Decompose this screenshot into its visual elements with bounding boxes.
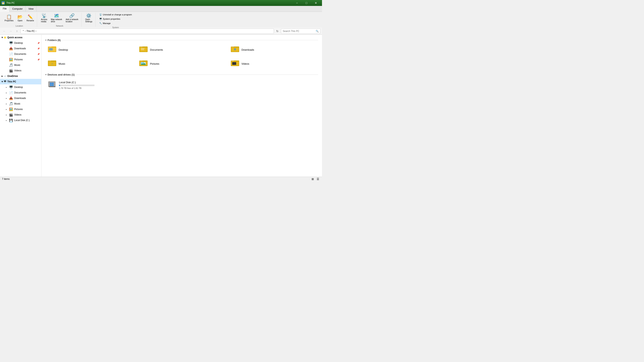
sidebar-item-downloads-qa[interactable]: 📥 Downloads 📌 — [0, 46, 41, 51]
location-group-label: Location — [16, 24, 23, 27]
downloads-pc-expand-icon: ▸ — [5, 97, 8, 100]
documents-pc-expand-icon: ▸ — [5, 91, 8, 94]
sidebar-item-downloads-pc[interactable]: ▸ 📥 Downloads — [0, 95, 41, 101]
this-pc-label: This PC — [7, 80, 16, 83]
svg-rect-32 — [50, 84, 52, 86]
local-disk-bar-container — [59, 85, 94, 86]
desktop-pc-expand-icon: ▸ — [5, 86, 8, 89]
folder-item-downloads[interactable]: Downloads — [228, 43, 318, 56]
desktop-folder-label: Desktop — [58, 48, 68, 51]
pictures-qa-label: Pictures — [14, 58, 36, 61]
local-disk-pc-expand-icon: ▸ — [5, 119, 8, 122]
this-pc-expand-icon: ▾ — [2, 80, 3, 83]
maximize-button[interactable]: □ — [302, 0, 311, 6]
system-props-icon: 🖥️ — [99, 18, 102, 20]
folders-divider — [62, 40, 318, 40]
access-media-button[interactable]: 📡 Accessmedia — [40, 13, 48, 24]
title-bar-left: 🗂️ This PC — [2, 1, 15, 4]
documents-qa-pin-icon: 📌 — [37, 53, 40, 55]
svg-rect-31 — [50, 83, 52, 84]
address-bar: ← → ↑ ⌃ > This PC > ↻ 🔍 — [0, 27, 322, 35]
drives-collapse-icon: ▾ — [46, 73, 46, 76]
sidebar-item-pictures-pc[interactable]: ▸ 🖼️ Pictures — [0, 106, 41, 112]
videos-pc-icon: 🎬 — [9, 113, 13, 117]
quick-access-header[interactable]: ▾ ⭐ Quick access — [0, 35, 41, 40]
downloads-pc-icon: 📥 — [9, 96, 13, 100]
uninstall-button[interactable]: 🗑️ Uninstall or change a program — [98, 13, 133, 16]
app-icon: 🗂️ — [2, 1, 5, 4]
forward-button[interactable]: → — [8, 28, 14, 34]
window-title: This PC — [6, 1, 15, 4]
search-input[interactable] — [283, 30, 315, 32]
drive-item-local-disk[interactable]: Local Disk (C:) 1.76 TB free of 1.81 TB — [46, 78, 108, 92]
svg-rect-8 — [141, 49, 144, 49]
properties-button[interactable]: 📋 Properties — [3, 13, 15, 24]
sidebar-item-documents-pc[interactable]: ▸ 📄 Documents — [0, 90, 41, 95]
back-button[interactable]: ← — [2, 28, 7, 34]
svg-rect-25 — [231, 60, 234, 61]
folder-item-documents[interactable]: Documents — [137, 43, 226, 56]
sidebar-item-videos-pc[interactable]: ▸ 🎬 Videos — [0, 112, 41, 117]
rename-button[interactable]: ✏️ Rename — [25, 13, 36, 24]
downloads-folder-label: Downloads — [242, 48, 254, 51]
grid-view-button[interactable]: ⊞ — [310, 177, 315, 181]
drives-section-header[interactable]: ▾ Devices and drives (1) — [46, 73, 318, 76]
system-properties-button[interactable]: 🖥️ System properties — [98, 17, 133, 21]
documents-qa-label: Documents — [14, 53, 36, 55]
manage-icon: 🔧 — [99, 22, 102, 25]
folder-item-music[interactable]: ♪ Music — [46, 57, 135, 70]
desktop-pc-icon: 🖥️ — [9, 85, 13, 89]
folders-section-header[interactable]: ▾ Folders (6) — [46, 39, 318, 42]
sidebar-item-documents-qa[interactable]: 📄 Documents 📌 — [0, 51, 41, 57]
music-folder-icon: ♪ — [48, 59, 56, 68]
local-disk-info: Local Disk (C:) 1.76 TB free of 1.81 TB — [59, 81, 106, 89]
svg-rect-33 — [52, 83, 54, 84]
sidebar-item-desktop-qa[interactable]: 🖥️ Desktop 📌 — [0, 40, 41, 46]
system-group-label: System — [112, 26, 119, 28]
search-box[interactable]: 🔍 — [281, 28, 320, 34]
folder-item-videos[interactable]: Videos — [228, 57, 318, 70]
music-qa-icon: 🎵 — [9, 63, 13, 67]
minimize-button[interactable]: − — [292, 0, 302, 6]
desktop-pc-label: Desktop — [14, 86, 40, 88]
sidebar-item-local-disk-pc[interactable]: ▸ 💾 Local Disk (C:) — [0, 117, 41, 123]
close-button[interactable]: ✕ — [311, 0, 320, 6]
add-network-button[interactable]: 🔗 Add a networklocation — [64, 13, 80, 24]
sidebar-item-desktop-pc[interactable]: ▸ 🖥️ Desktop — [0, 84, 41, 90]
refresh-button[interactable]: ↻ — [275, 28, 280, 34]
videos-qa-icon: 🎬 — [9, 69, 13, 72]
desktop-qa-label: Desktop — [14, 42, 36, 44]
tab-file[interactable]: File — [0, 6, 10, 12]
sidebar-item-music-qa[interactable]: 🎵 Music — [0, 62, 41, 68]
drives-section-label: Devices and drives (1) — [48, 73, 74, 76]
title-bar: 🗂️ This PC − □ ✕ — [0, 0, 322, 6]
item-count: 7 items — [2, 178, 10, 180]
search-icon: 🔍 — [316, 30, 319, 32]
manage-button[interactable]: 🔧 Manage — [98, 21, 133, 25]
onedrive-header[interactable]: ▸ ☁️ OneDrive — [0, 73, 41, 79]
list-view-button[interactable]: ☰ — [316, 177, 320, 181]
up-button[interactable]: ↑ — [14, 28, 20, 34]
this-pc-header[interactable]: ▾ 🖥️ This PC — [0, 79, 41, 84]
svg-rect-11 — [231, 46, 234, 47]
map-network-button[interactable]: 🗺️ Map networkdrive — [50, 13, 64, 24]
map-network-label: Map networkdrive — [51, 18, 62, 23]
sidebar-item-music-pc[interactable]: ▸ 🎵 Music — [0, 101, 41, 106]
svg-text:♪: ♪ — [52, 62, 53, 65]
address-path[interactable]: ⌃ > This PC > — [20, 28, 274, 34]
folder-item-desktop[interactable]: Desktop — [46, 43, 135, 56]
tab-view[interactable]: View — [26, 6, 36, 12]
svg-rect-9 — [141, 50, 144, 50]
sidebar-item-pictures-qa[interactable]: 🖼️ Pictures 📌 — [0, 57, 41, 62]
open-settings-label: OpenSettings — [85, 18, 92, 23]
svg-rect-15 — [48, 60, 51, 61]
music-qa-label: Music — [14, 64, 40, 66]
local-disk-pc-icon: 💾 — [9, 118, 13, 122]
folder-item-pictures[interactable]: Pictures — [137, 57, 226, 70]
desktop-folder-icon — [48, 45, 56, 54]
tab-computer[interactable]: Computer — [10, 6, 26, 12]
open-settings-button[interactable]: ⚙️ OpenSettings — [84, 13, 94, 24]
drives-list: Local Disk (C:) 1.76 TB free of 1.81 TB — [46, 78, 318, 92]
open-button[interactable]: 📂 Open — [16, 13, 24, 24]
sidebar-item-videos-qa[interactable]: 🎬 Videos — [0, 68, 41, 73]
